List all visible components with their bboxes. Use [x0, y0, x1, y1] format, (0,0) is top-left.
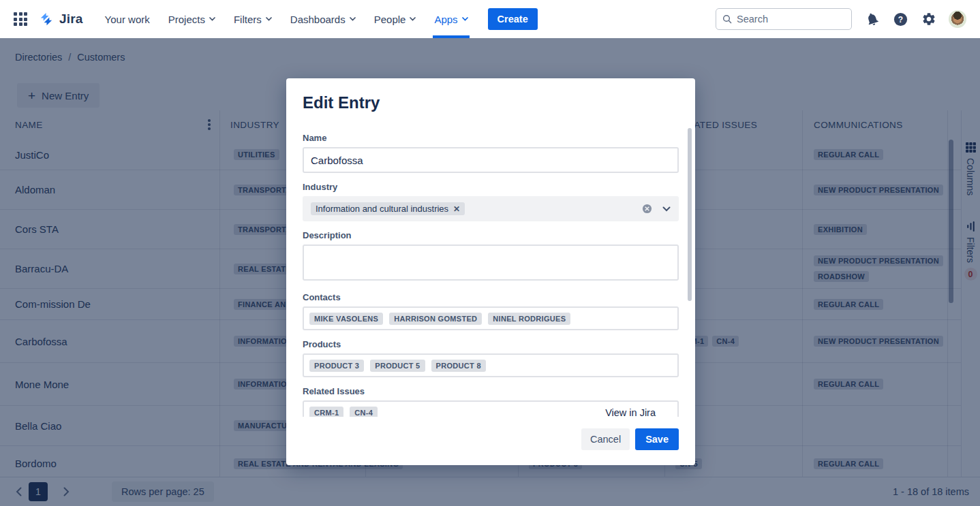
name-input[interactable]	[303, 147, 679, 173]
related-issues-field[interactable]: CRM-1CN-4View in Jira	[303, 400, 679, 417]
nav-item-your-work[interactable]: Your work	[105, 0, 150, 38]
app-switcher-icon[interactable]	[12, 11, 29, 27]
jira-logo-icon	[38, 11, 55, 28]
nav-item-label: Your work	[105, 14, 150, 25]
industry-chip-label: Information and cultural industries	[316, 204, 448, 214]
nav-item-dashboards[interactable]: Dashboards	[290, 0, 356, 38]
user-avatar[interactable]	[949, 10, 966, 28]
svg-text:?: ?	[898, 14, 903, 24]
create-button[interactable]: Create	[488, 8, 538, 30]
nav-item-label: Projects	[168, 14, 205, 25]
name-field-label: Name	[303, 133, 679, 143]
cancel-button[interactable]: Cancel	[581, 428, 630, 450]
lozenge-chip: CN-4	[350, 407, 378, 417]
jira-logo[interactable]: Jira	[38, 11, 83, 28]
clear-select-icon[interactable]	[642, 204, 652, 214]
nav-left: Jira Your workProjectsFiltersDashboardsP…	[0, 0, 538, 38]
search-box[interactable]	[716, 8, 852, 30]
brand-name: Jira	[59, 12, 83, 27]
description-textarea[interactable]	[303, 244, 679, 281]
primary-nav: Your workProjectsFiltersDashboardsPeople…	[105, 0, 487, 38]
nav-item-people[interactable]: People	[374, 0, 416, 38]
nav-item-label: Filters	[234, 14, 262, 25]
nav-item-label: Apps	[434, 14, 457, 25]
lozenge-chip: HARRISON GOMSTED	[389, 313, 482, 325]
nav-right: ?	[716, 8, 980, 30]
modal-title: Edit Entry	[303, 93, 380, 112]
products-field[interactable]: PRODUCT 3PRODUCT 5PRODUCT 8	[303, 353, 679, 377]
lozenge-chip: PRODUCT 5	[370, 360, 425, 372]
contacts-field[interactable]: MIKE VASOLENSHARRISON GOMSTEDNINEL RODRI…	[303, 306, 679, 330]
lozenge-chip: MIKE VASOLENS	[309, 313, 383, 325]
lozenge-chip: PRODUCT 3	[309, 360, 364, 372]
settings-icon[interactable]	[921, 12, 936, 27]
industry-field-label: Industry	[303, 182, 679, 192]
lozenge-chip: NINEL RODRIGUES	[488, 313, 570, 325]
nav-item-projects[interactable]: Projects	[168, 0, 215, 38]
remove-industry-chip-icon[interactable]: ✕	[453, 204, 460, 214]
nav-item-filters[interactable]: Filters	[234, 0, 272, 38]
related-issues-field-label: Related Issues	[303, 386, 679, 396]
notifications-icon[interactable]	[865, 12, 880, 27]
products-field-label: Products	[303, 339, 679, 349]
chevron-down-icon	[266, 17, 272, 21]
help-icon[interactable]: ?	[893, 12, 908, 27]
description-field-label: Description	[303, 230, 679, 240]
search-icon	[722, 14, 733, 25]
chevron-down-icon	[350, 17, 356, 21]
lozenge-chip: PRODUCT 8	[431, 360, 486, 372]
chevron-down-icon[interactable]	[662, 206, 671, 212]
lozenge-chip: CRM-1	[309, 407, 343, 417]
nav-item-label: People	[374, 14, 406, 25]
view-in-jira-link[interactable]: View in Jira	[605, 407, 656, 417]
contacts-field-label: Contacts	[303, 292, 679, 302]
modal-footer: Cancel Save	[286, 417, 695, 465]
industry-selected-chip: Information and cultural industries ✕	[311, 202, 465, 215]
industry-select[interactable]: Information and cultural industries ✕	[303, 196, 679, 221]
modal-scrollbar[interactable]	[688, 128, 692, 301]
chevron-down-icon	[410, 17, 416, 21]
chevron-down-icon	[209, 17, 215, 21]
search-input[interactable]	[737, 14, 846, 25]
chevron-down-icon	[462, 17, 468, 21]
edit-entry-modal: Edit Entry Name Industry Information and…	[286, 78, 695, 465]
nav-item-label: Dashboards	[290, 14, 346, 25]
modal-body: Name Industry Information and cultural i…	[286, 115, 695, 417]
save-button[interactable]: Save	[635, 428, 679, 450]
nav-item-apps[interactable]: Apps	[434, 0, 468, 38]
top-nav: Jira Your workProjectsFiltersDashboardsP…	[0, 0, 980, 38]
